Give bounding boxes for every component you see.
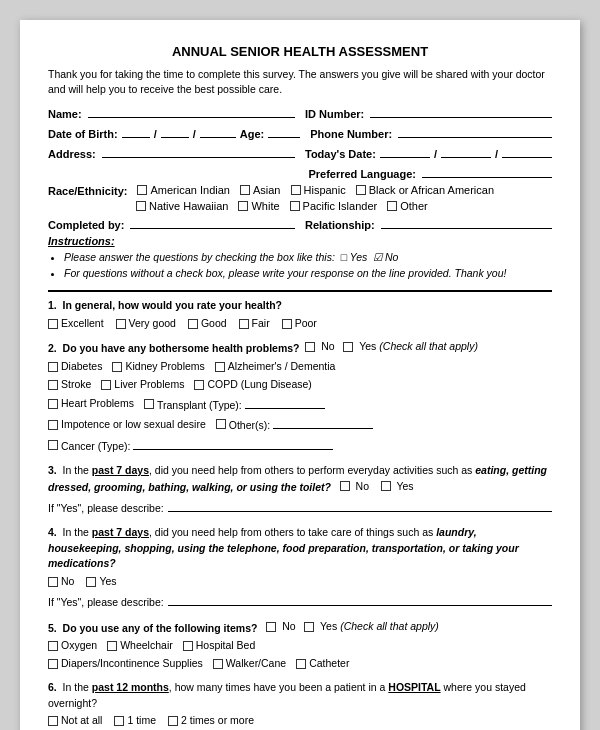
id-input[interactable] — [370, 104, 552, 118]
q2-no[interactable]: No — [305, 339, 334, 355]
id-label: ID Number: — [305, 108, 364, 120]
q3-describe[interactable] — [168, 499, 552, 512]
instruction-2: For questions without a check box, pleas… — [64, 266, 552, 282]
q5-wheelchair[interactable]: Wheelchair — [107, 638, 173, 654]
question-2: 2. Do you have any bothersome health pro… — [48, 339, 552, 454]
q5-oxygen[interactable]: Oxygen — [48, 638, 97, 654]
today-label: Today's Date: — [305, 148, 376, 160]
race-checkbox-4[interactable] — [356, 185, 366, 195]
dob-day[interactable] — [161, 124, 189, 138]
q4-yes[interactable]: Yes — [86, 574, 116, 590]
age-input[interactable] — [268, 124, 300, 138]
question-6: 6. In the past 12 months, how many times… — [48, 680, 552, 729]
instructions-list: Please answer the questions by checking … — [64, 250, 552, 282]
age-label: Age: — [240, 128, 264, 140]
page: ANNUAL SENIOR HEALTH ASSESSMENT Thank yo… — [20, 20, 580, 730]
today-year[interactable] — [502, 144, 552, 158]
race-section: Race/Ethnicity: American Indian Asian Hi… — [48, 184, 552, 212]
today-month[interactable] — [380, 144, 430, 158]
phone-input[interactable] — [398, 124, 552, 138]
q2-heart[interactable]: Heart Problems — [48, 395, 134, 414]
q5-yes[interactable]: Yes (Check all that apply) — [304, 619, 439, 635]
race-white[interactable]: White — [238, 200, 279, 212]
name-input[interactable] — [88, 104, 295, 118]
q2-stroke[interactable]: Stroke — [48, 377, 91, 393]
q2-others-cb[interactable] — [216, 419, 226, 429]
race-checkbox-1[interactable] — [137, 185, 147, 195]
q3-no[interactable]: No — [340, 479, 369, 495]
race-checkbox-5[interactable] — [136, 201, 146, 211]
race-checkbox-8[interactable] — [387, 201, 397, 211]
race-hispanic[interactable]: Hispanic — [291, 184, 346, 196]
address-label: Address: — [48, 148, 96, 160]
section-divider — [48, 290, 552, 292]
instruction-1: Please answer the questions by checking … — [64, 250, 552, 266]
q5-catheter[interactable]: Catheter — [296, 656, 349, 672]
address-input[interactable] — [102, 144, 295, 158]
q1-fair[interactable]: Fair — [239, 316, 270, 332]
race-checkbox-6[interactable] — [238, 201, 248, 211]
intro-text: Thank you for taking the time to complet… — [48, 67, 552, 96]
q1-verygood[interactable]: Very good — [116, 316, 176, 332]
q2-cancer-cb[interactable] — [48, 440, 58, 450]
race-pacific-islander[interactable]: Pacific Islander — [290, 200, 378, 212]
q5-no[interactable]: No — [266, 619, 295, 635]
q2-transplant-cb[interactable] — [144, 399, 154, 409]
q1-poor[interactable]: Poor — [282, 316, 317, 332]
q2-liver[interactable]: Liver Problems — [101, 377, 184, 393]
question-4: 4. In the past 7 days, did you need help… — [48, 525, 552, 611]
dob-phone-row: Date of Birth: / / Age: Phone Number: — [48, 124, 552, 140]
q1-good[interactable]: Good — [188, 316, 227, 332]
today-group: Today's Date: / / — [305, 144, 552, 160]
page-title: ANNUAL SENIOR HEALTH ASSESSMENT — [48, 44, 552, 59]
race-checkbox-7[interactable] — [290, 201, 300, 211]
q4-no[interactable]: No — [48, 574, 74, 590]
questions-section: 1. In general, how would you rate your h… — [48, 298, 552, 730]
q1-excellent[interactable]: Excellent — [48, 316, 104, 332]
address-group: Address: — [48, 144, 295, 160]
race-black[interactable]: Black or African American — [356, 184, 494, 196]
name-label: Name: — [48, 108, 82, 120]
q6-once[interactable]: 1 time — [114, 713, 156, 729]
completed-label: Completed by: — [48, 219, 124, 231]
relationship-group: Relationship: — [305, 215, 552, 231]
instructions-label: Instructions: — [48, 235, 552, 247]
dob-label: Date of Birth: — [48, 128, 118, 140]
q5-walker[interactable]: Walker/Cane — [213, 656, 286, 672]
q5-diapers[interactable]: Diapers/Incontinence Supplies — [48, 656, 203, 672]
q2-copd[interactable]: COPD (Lung Disease) — [194, 377, 311, 393]
q2-transplant-input[interactable] — [245, 395, 325, 409]
preferred-label: Preferred Language: — [308, 168, 416, 180]
q2-kidney[interactable]: Kidney Problems — [112, 359, 204, 375]
relationship-input[interactable] — [381, 215, 552, 229]
completed-input[interactable] — [130, 215, 295, 229]
name-id-row: Name: ID Number: — [48, 104, 552, 120]
today-day[interactable] — [441, 144, 491, 158]
dob-year[interactable] — [200, 124, 236, 138]
race-checkbox-3[interactable] — [291, 185, 301, 195]
question-3: 3. In the past 7 days, did you need help… — [48, 463, 552, 517]
race-american-indian[interactable]: American Indian — [137, 184, 230, 196]
race-asian[interactable]: Asian — [240, 184, 281, 196]
q2-alzheimers[interactable]: Alzheimer's / Dementia — [215, 359, 336, 375]
race-other[interactable]: Other — [387, 200, 428, 212]
phone-group: Phone Number: — [310, 124, 552, 140]
preferred-input[interactable] — [422, 164, 552, 178]
q2-impotence[interactable]: Impotence or low sexual desire — [48, 415, 206, 434]
q3-yes[interactable]: Yes — [381, 479, 414, 495]
q2-yes[interactable]: Yes (Check all that apply) — [343, 339, 478, 355]
instructions-section: Instructions: Please answer the question… — [48, 235, 552, 282]
q2-others-input[interactable] — [273, 415, 373, 429]
q2-cancer-input[interactable] — [133, 436, 333, 450]
question-1: 1. In general, how would you rate your h… — [48, 298, 552, 332]
name-field-group: Name: — [48, 104, 295, 120]
question-5: 5. Do you use any of the following items… — [48, 619, 552, 672]
dob-month[interactable] — [122, 124, 150, 138]
race-checkbox-2[interactable] — [240, 185, 250, 195]
q6-twice[interactable]: 2 times or more — [168, 713, 254, 729]
q5-hospital-bed[interactable]: Hospital Bed — [183, 638, 256, 654]
q6-never[interactable]: Not at all — [48, 713, 102, 729]
q4-describe[interactable] — [168, 593, 552, 606]
q2-diabetes[interactable]: Diabetes — [48, 359, 102, 375]
race-native-hawaiian[interactable]: Native Hawaiian — [136, 200, 228, 212]
